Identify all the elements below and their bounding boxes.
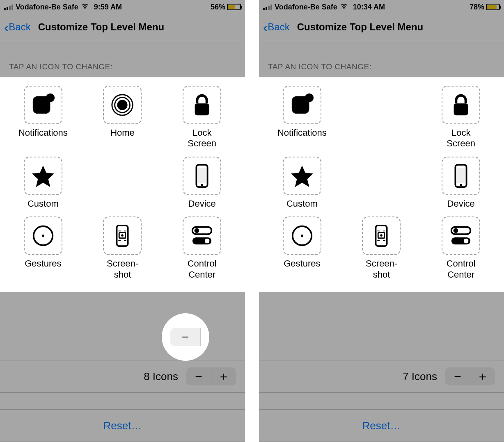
clock-label: 10:34 AM	[353, 3, 385, 11]
menu-item-label: Notifications	[277, 128, 327, 138]
back-button[interactable]: ‹ Back	[263, 20, 290, 34]
notifications-icon	[24, 86, 62, 124]
signal-icon	[4, 4, 13, 10]
device-icon	[442, 157, 480, 195]
screen-right: Vodafone-Be Safe 10:34 AM 78% ⚡ ‹ Back C…	[259, 0, 504, 442]
menu-item-lock[interactable]: Lock Screen	[432, 86, 490, 149]
back-button[interactable]: ‹ Back	[4, 20, 31, 34]
menu-item-notifications[interactable]: Notifications	[14, 86, 72, 149]
svg-point-19	[305, 93, 314, 102]
battery-pct: 78%	[470, 3, 484, 11]
chevron-left-icon: ‹	[263, 20, 268, 34]
icon-count-label: 7 Icons	[403, 370, 437, 383]
menu-item-label: Custom	[286, 198, 318, 209]
svg-rect-20	[454, 103, 468, 115]
lock-icon	[183, 86, 221, 124]
svg-point-17	[205, 239, 210, 244]
custom-icon	[24, 157, 62, 195]
menu-item-custom[interactable]: Custom	[273, 157, 331, 209]
back-label: Back	[268, 21, 289, 33]
menu-item-label: Gestures	[25, 258, 61, 269]
menu-item-label: Notifications	[18, 128, 68, 138]
carrier-label: Vodafone-Be Safe	[275, 3, 337, 11]
svg-point-8	[201, 184, 203, 186]
menu-item-label: Screen- shot	[366, 258, 397, 280]
menu-item-label: Device	[188, 198, 216, 209]
svg-rect-5	[195, 103, 209, 115]
home-icon	[103, 86, 142, 124]
page-title: Customize Top Level Menu	[38, 21, 165, 33]
svg-point-30	[454, 228, 458, 233]
reset-row: Reset…	[0, 409, 245, 442]
menu-item-control[interactable]: Control Center	[173, 216, 231, 280]
menu-item-device[interactable]: Device	[432, 157, 490, 209]
screen-divider	[245, 0, 259, 442]
menu-item-label: Lock Screen	[447, 128, 475, 149]
page-title: Customize Top Level Menu	[297, 21, 424, 33]
menu-item-label: Home	[110, 128, 135, 138]
menu-item-notifications[interactable]: Notifications	[273, 86, 331, 149]
svg-rect-22	[457, 168, 465, 183]
icon-grid: NotificationsLock ScreenCustomDeviceGest…	[270, 86, 493, 280]
icon-count-row: 8 Icons − ＋	[0, 360, 245, 393]
control-icon	[183, 216, 221, 255]
menu-item-screenshot[interactable]: Screen- shot	[353, 216, 410, 280]
menu-item-label: Lock Screen	[188, 128, 216, 149]
menu-item-label: Screen- shot	[107, 258, 138, 280]
screenshot-icon	[103, 216, 142, 255]
menu-item-label: Control Center	[447, 258, 476, 280]
icon-count-label: 8 Icons	[144, 370, 178, 383]
signal-icon	[263, 4, 272, 10]
svg-point-4	[117, 100, 128, 110]
icon-count-row: 7 Icons − ＋	[259, 360, 504, 393]
menu-item-label: Device	[447, 198, 475, 209]
status-bar: Vodafone-Be Safe 10:34 AM 78% ⚡	[259, 0, 504, 14]
reset-button[interactable]: Reset…	[103, 419, 142, 432]
section-header: TAP AN ICON TO CHANGE:	[259, 40, 504, 77]
menu-item-home[interactable]: Home	[94, 86, 151, 149]
back-label: Back	[9, 21, 30, 33]
clock-label: 9:59 AM	[94, 3, 122, 11]
svg-point-15	[195, 228, 199, 233]
status-bar: Vodafone-Be Safe 9:59 AM 56% ⚡	[0, 0, 245, 14]
battery-pct: 56%	[211, 3, 225, 11]
icon-count-stepper[interactable]: − ＋	[186, 367, 236, 385]
menu-item-lock[interactable]: Lock Screen	[173, 86, 231, 149]
stepper-minus-button[interactable]: −	[186, 367, 211, 385]
custom-icon	[283, 157, 321, 195]
menu-item-gestures[interactable]: Gestures	[14, 216, 72, 280]
svg-point-1	[46, 93, 55, 102]
icon-grid-panel: NotificationsHomeLock ScreenCustomDevice…	[0, 77, 245, 292]
wifi-icon	[340, 3, 348, 11]
device-icon	[183, 157, 221, 195]
stepper-plus-button[interactable]: ＋	[470, 367, 495, 385]
screenshot-icon	[362, 216, 401, 255]
carrier-label: Vodafone-Be Safe	[16, 3, 78, 11]
screen-left: Vodafone-Be Safe 9:59 AM 56% ⚡ ‹ Back Cu…	[0, 0, 245, 442]
svg-point-28	[380, 234, 383, 237]
svg-rect-7	[198, 168, 206, 183]
battery-icon: ⚡	[227, 4, 241, 10]
svg-point-13	[121, 234, 124, 237]
stepper-plus-button[interactable]: ＋	[211, 367, 236, 385]
gestures-icon	[24, 216, 62, 255]
menu-item-screenshot[interactable]: Screen- shot	[94, 216, 151, 280]
icon-grid: NotificationsHomeLock ScreenCustomDevice…	[11, 86, 234, 280]
svg-point-25	[301, 235, 303, 237]
menu-item-control[interactable]: Control Center	[432, 216, 490, 280]
reset-button[interactable]: Reset…	[362, 419, 401, 432]
navbar: ‹ Back Customize Top Level Menu	[259, 14, 504, 40]
gestures-icon	[283, 216, 321, 255]
menu-item-device[interactable]: Device	[173, 157, 231, 209]
chevron-left-icon: ‹	[4, 20, 9, 34]
menu-item-gestures[interactable]: Gestures	[273, 216, 331, 280]
stepper-minus-button[interactable]: −	[445, 367, 470, 385]
svg-point-32	[464, 239, 469, 244]
icon-grid-panel: NotificationsLock ScreenCustomDeviceGest…	[259, 77, 504, 292]
svg-point-23	[460, 184, 462, 186]
control-icon	[442, 216, 480, 255]
menu-item-custom[interactable]: Custom	[14, 157, 72, 209]
menu-item-label: Control Center	[188, 258, 217, 280]
icon-count-stepper[interactable]: − ＋	[445, 367, 495, 385]
wifi-icon	[81, 3, 89, 11]
